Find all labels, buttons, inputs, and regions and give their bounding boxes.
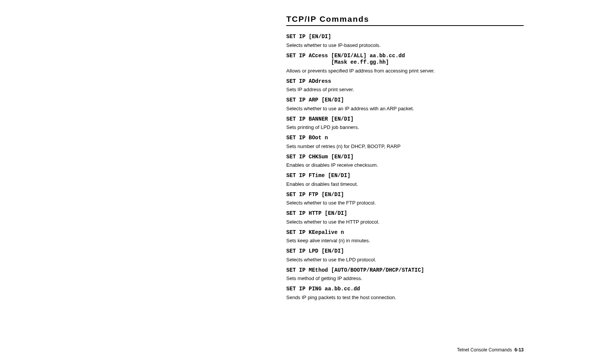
page-number: 6-13 (515, 347, 524, 353)
command-description: Sets method of getting IP address. (286, 275, 524, 281)
command-syntax: SET IP PING aa.bb.cc.dd (286, 286, 524, 293)
command-syntax: SET IP ACcess [EN/DI/ALL] aa.bb.cc.dd [M… (286, 53, 524, 66)
command-description: Sets printing of LPD job banners. (286, 124, 524, 130)
command-syntax: SET IP ARP [EN/DI] (286, 97, 524, 104)
command-syntax: SET IP LPD [EN/DI] (286, 248, 524, 255)
command-entry: SET IP CHKSum [EN/DI]Enables or disables… (286, 154, 524, 168)
command-description: Enables or disables IP receive checksum. (286, 162, 524, 168)
command-entry: SET IP ARP [EN/DI]Selects whether to use… (286, 97, 524, 111)
command-entry: SET IP ACcess [EN/DI/ALL] aa.bb.cc.dd [M… (286, 53, 524, 74)
command-entry: SET IP FTP [EN/DI]Selects whether to use… (286, 192, 524, 206)
page: TCP/IP Commands SET IP [EN/DI]Selects wh… (0, 0, 600, 364)
command-description: Selects whether to use an IP address wit… (286, 106, 524, 111)
command-description: Sets number of retries (n) for DHCP, BOO… (286, 143, 524, 149)
command-syntax: SET IP FTime [EN/DI] (286, 172, 524, 179)
section-title: TCP/IP Commands (286, 14, 524, 24)
command-syntax: SET IP MEthod [AUTO/BOOTP/RARP/DHCP/STAT… (286, 267, 524, 274)
command-entry: SET IP MEthod [AUTO/BOOTP/RARP/DHCP/STAT… (286, 267, 524, 282)
command-syntax: SET IP [EN/DI] (286, 34, 524, 40)
command-entry: SET IP HTTP [EN/DI]Selects whether to us… (286, 210, 524, 225)
page-footer: Telnet Console Commands 6-13 (457, 347, 524, 353)
command-syntax: SET IP BANNER [EN/DI] (286, 116, 524, 123)
command-list: SET IP [EN/DI]Selects whether to use IP-… (286, 34, 524, 300)
command-description: Selects whether to use the HTTP protocol… (286, 219, 524, 225)
command-description: Sets keep alive interval (n) in minutes. (286, 238, 524, 243)
command-description: Selects whether to use IP-based protocol… (286, 42, 524, 48)
command-syntax: SET IP ADdress (286, 78, 524, 85)
command-syntax: SET IP FTP [EN/DI] (286, 192, 524, 198)
footer-label: Telnet Console Commands (457, 347, 512, 353)
command-entry: SET IP BOot nSets number of retries (n) … (286, 135, 524, 149)
command-syntax: SET IP BOot n (286, 135, 524, 142)
command-description: Selects whether to use the LPD protocol. (286, 257, 524, 263)
command-syntax: SET IP CHKSum [EN/DI] (286, 154, 524, 161)
command-syntax: SET IP KEepalive n (286, 229, 524, 236)
command-entry: SET IP [EN/DI]Selects whether to use IP-… (286, 34, 524, 48)
command-description: Selects whether to use the FTP protocol. (286, 200, 524, 206)
command-syntax: SET IP HTTP [EN/DI] (286, 210, 524, 217)
title-rule (286, 25, 524, 26)
command-entry: SET IP LPD [EN/DI]Selects whether to use… (286, 248, 524, 263)
command-entry: SET IP KEepalive nSets keep alive interv… (286, 229, 524, 244)
command-entry: SET IP FTime [EN/DI]Enables or disables … (286, 172, 524, 187)
command-description: Sets IP address of print server. (286, 87, 524, 92)
command-description: Sends IP ping packets to test the host c… (286, 295, 524, 300)
command-description: Allows or prevents specified IP address … (286, 68, 524, 74)
command-entry: SET IP ADdressSets IP address of print s… (286, 78, 524, 93)
command-entry: SET IP BANNER [EN/DI]Sets printing of LP… (286, 116, 524, 130)
command-description: Enables or disables fast timeout. (286, 181, 524, 187)
command-entry: SET IP PING aa.bb.cc.ddSends IP ping pac… (286, 286, 524, 300)
